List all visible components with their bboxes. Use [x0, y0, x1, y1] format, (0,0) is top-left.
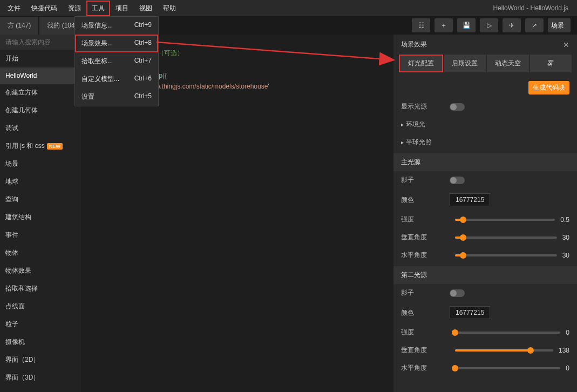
- sidebar-item[interactable]: 物体: [0, 244, 81, 262]
- sidebar: 开始HelloWorld创建立方体创建几何体调试引用 js 和 cssNEW场景…: [0, 35, 81, 392]
- dropdown-pick-coord[interactable]: 拾取坐标... Ctrl+7: [75, 52, 158, 70]
- app-title: HelloWorld - HelloWorld.js: [493, 4, 575, 12]
- second-intensity-slider[interactable]: [455, 332, 560, 334]
- dropdown-scene-info[interactable]: 场景信息... Ctrl+9: [75, 17, 158, 35]
- sidebar-item[interactable]: 场景: [0, 155, 81, 173]
- second-valpha-value: 138: [559, 347, 569, 354]
- tab-dynamic-sky[interactable]: 动态天空: [487, 55, 529, 72]
- dropdown-label: 场景信息...: [82, 21, 113, 30]
- main-shadow-toggle[interactable]: [450, 177, 465, 184]
- send-icon[interactable]: ✈: [503, 18, 521, 32]
- sidebar-item[interactable]: 界面（3D）: [0, 369, 81, 387]
- menu-shortcode[interactable]: 快捷代码: [26, 1, 63, 16]
- main-intensity-slider[interactable]: [455, 219, 555, 221]
- second-valpha-slider[interactable]: [455, 349, 553, 352]
- sidebar-item[interactable]: iframe: [0, 387, 81, 392]
- dropdown-shortcut: Ctrl+5: [134, 92, 152, 102]
- dropdown-settings[interactable]: 设置 Ctrl+5: [75, 88, 158, 106]
- menu-file[interactable]: 文件: [2, 1, 26, 16]
- second-halpha-label: 水平角度: [401, 363, 450, 373]
- sidebar-item[interactable]: 物体效果: [0, 262, 81, 280]
- dropdown-shortcut: Ctrl+7: [134, 57, 152, 66]
- sidebar-item[interactable]: 点线面: [0, 298, 81, 315]
- dropdown-custom-model[interactable]: 自定义模型... Ctrl+6: [75, 70, 158, 88]
- show-light-toggle[interactable]: [450, 103, 465, 111]
- main-halpha-slider[interactable]: [455, 254, 557, 256]
- plus-icon[interactable]: ＋: [435, 18, 453, 32]
- main-valpha-label: 垂直角度: [401, 233, 450, 242]
- menu-view[interactable]: 视图: [134, 1, 158, 16]
- sidebar-item[interactable]: 地球: [0, 173, 81, 191]
- tools-dropdown: 场景信息... Ctrl+9 场景效果... Ctrl+8 拾取坐标... Ct…: [74, 16, 159, 106]
- dropdown-label: 场景效果...: [82, 39, 113, 48]
- second-color-label: 颜色: [401, 308, 450, 317]
- new-badge: NEW: [47, 143, 63, 150]
- sidebar-item[interactable]: 创建立方体: [0, 84, 81, 102]
- main-shadow-label: 影子: [401, 175, 450, 185]
- sidebar-item[interactable]: 摄像机: [0, 333, 81, 351]
- second-light-section: 第二光源: [393, 266, 577, 284]
- sidebar-item[interactable]: 创建几何体: [0, 102, 81, 119]
- scene-label[interactable]: 场景: [548, 18, 571, 32]
- second-shadow-label: 影子: [401, 288, 450, 298]
- dropdown-shortcut: Ctrl+8: [134, 39, 152, 48]
- main-halpha-value: 30: [562, 252, 569, 259]
- panel-title: 场景效果: [401, 40, 427, 49]
- menu-bar: 文件 快捷代码 资源 工具 项目 视图 帮助 HelloWorld - Hell…: [0, 0, 577, 16]
- second-shadow-toggle[interactable]: [450, 289, 465, 297]
- main-intensity-value: 0.5: [560, 216, 569, 224]
- second-intensity-value: 0: [566, 329, 569, 336]
- sidebar-item[interactable]: 粒子: [0, 315, 81, 333]
- second-color-input[interactable]: 16777215: [450, 306, 490, 319]
- menu-tools[interactable]: 工具: [86, 1, 110, 16]
- tab-official[interactable]: 方 (147): [0, 17, 38, 35]
- dropdown-label: 拾取坐标...: [82, 57, 113, 66]
- search-input[interactable]: [0, 35, 81, 50]
- dropdown-scene-effect[interactable]: 场景效果... Ctrl+8: [75, 35, 158, 52]
- main-light-section: 主光源: [393, 153, 577, 171]
- save-icon[interactable]: 💾: [457, 18, 476, 32]
- menu-resource[interactable]: 资源: [63, 1, 86, 16]
- menu-project[interactable]: 项目: [110, 1, 134, 16]
- play-icon[interactable]: ▷: [480, 18, 498, 32]
- chart-icon[interactable]: ☷: [412, 18, 430, 32]
- main-halpha-label: 水平角度: [401, 251, 450, 260]
- generate-code-button[interactable]: 生成代码块: [528, 81, 569, 94]
- dropdown-shortcut: Ctrl+6: [134, 75, 152, 84]
- close-icon[interactable]: ✕: [563, 40, 569, 49]
- sidebar-item[interactable]: HelloWorld: [0, 67, 81, 84]
- open-icon[interactable]: ↗: [525, 18, 544, 32]
- sidebar-item[interactable]: 拾取和选择: [0, 280, 81, 298]
- sidebar-item[interactable]: 事件: [0, 226, 81, 244]
- main-valpha-slider[interactable]: [455, 236, 557, 239]
- hemisphere-expander[interactable]: 半球光照: [393, 133, 577, 151]
- second-intensity-label: 强度: [401, 328, 450, 337]
- second-halpha-slider[interactable]: [455, 367, 560, 369]
- tab-post-settings[interactable]: 后期设置: [444, 55, 486, 72]
- sidebar-item[interactable]: 引用 js 和 cssNEW: [0, 137, 81, 155]
- main-intensity-label: 强度: [401, 215, 450, 224]
- tab-light-config[interactable]: 灯光配置: [399, 55, 443, 72]
- second-halpha-value: 0: [566, 364, 569, 372]
- sidebar-item[interactable]: 查询: [0, 191, 81, 208]
- main-color-input[interactable]: 16777215: [450, 193, 490, 206]
- effects-panel: 场景效果 ✕ 灯光配置 后期设置 动态天空 雾 生成代码块 显示光源 环境光 半…: [393, 35, 577, 392]
- sidebar-item[interactable]: 开始: [0, 50, 81, 67]
- menu-help[interactable]: 帮助: [158, 1, 181, 16]
- sidebar-item[interactable]: 调试: [0, 119, 81, 137]
- main-color-label: 颜色: [401, 195, 450, 205]
- main-valpha-value: 30: [562, 234, 569, 241]
- dropdown-label: 设置: [82, 92, 94, 102]
- dropdown-label: 自定义模型...: [82, 75, 119, 84]
- ambient-expander[interactable]: 环境光: [393, 116, 577, 133]
- tab-fog[interactable]: 雾: [530, 55, 572, 72]
- sidebar-item[interactable]: 建筑结构: [0, 208, 81, 226]
- dropdown-shortcut: Ctrl+9: [134, 21, 152, 30]
- sidebar-item[interactable]: 界面（2D）: [0, 351, 81, 369]
- second-valpha-label: 垂直角度: [401, 346, 450, 355]
- show-light-label: 显示光源: [401, 102, 450, 111]
